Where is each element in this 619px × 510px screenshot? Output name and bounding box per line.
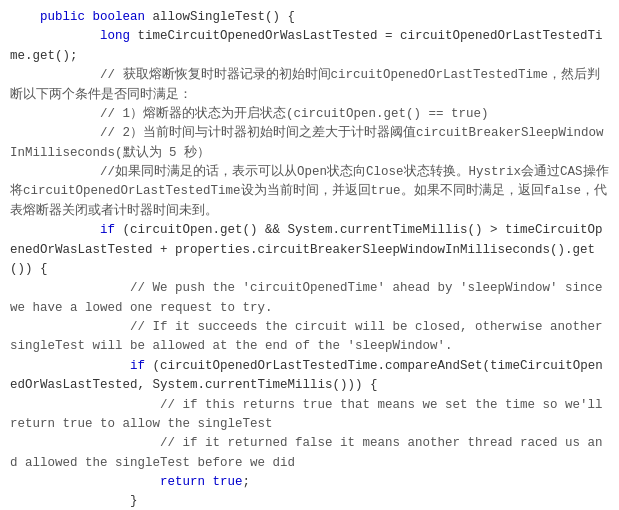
code-text: allowSingleTest() { xyxy=(153,10,296,24)
keyword-public: public xyxy=(40,10,85,24)
code-line-comment6: // If it succeeds the circuit will be cl… xyxy=(10,318,609,357)
code-line-comment4: //如果同时满足的话，表示可以从Open状态向Close状态转换。Hystrix… xyxy=(10,163,609,221)
keyword-long: long xyxy=(100,29,130,43)
keyword-true: true xyxy=(213,475,243,489)
code-line-comment5: // We push the 'circuitOpenedTime' ahead… xyxy=(10,279,609,318)
code-line-if2: if (circuitOpenedOrLastTestedTime.compar… xyxy=(10,357,609,396)
code-line-comment8: // if it returned false it means another… xyxy=(10,434,609,473)
keyword-return-true: return xyxy=(160,475,205,489)
code-line: public boolean allowSingleTest() { xyxy=(10,8,609,27)
code-line-comment3: // 2）当前时间与计时器初始时间之差大于计时器阈值circuitBreaker… xyxy=(10,124,609,163)
code-text: (circuitOpen.get() && System.currentTime… xyxy=(10,223,603,276)
code-text: timeCircuitOpenedOrWasLastTested = circu… xyxy=(10,29,603,62)
keyword-if2: if xyxy=(130,359,145,373)
code-line-comment1: // 获取熔断恢复时时器记录的初始时间circuitOpenedOrLastTe… xyxy=(10,66,609,105)
code-line-if: if (circuitOpen.get() && System.currentT… xyxy=(10,221,609,279)
code-line-comment7: // if this returns true that means we se… xyxy=(10,396,609,435)
code-block: public boolean allowSingleTest() { long … xyxy=(0,0,619,510)
code-line-comment2: // 1）熔断器的状态为开启状态(circuitOpen.get() == tr… xyxy=(10,105,609,124)
code-line: long timeCircuitOpenedOrWasLastTested = … xyxy=(10,27,609,66)
code-line-return-true: return true; xyxy=(10,473,609,492)
keyword-boolean: boolean xyxy=(93,10,146,24)
keyword-if: if xyxy=(100,223,115,237)
code-line-close1: } xyxy=(10,492,609,510)
code-text: (circuitOpenedOrLastTestedTime.compareAn… xyxy=(10,359,603,392)
code-text: ; xyxy=(243,475,251,489)
